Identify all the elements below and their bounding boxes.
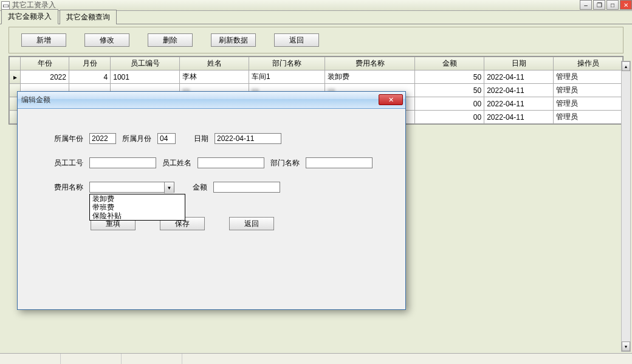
tab-entry[interactable]: 其它金额录入 xyxy=(1,9,58,24)
status-cell-1 xyxy=(0,354,61,364)
date-field[interactable] xyxy=(215,133,281,144)
status-cell-3 xyxy=(122,354,182,364)
tab-query[interactable]: 其它金额查询 xyxy=(60,10,117,24)
app-icon: ▭ xyxy=(1,1,10,10)
refresh-button[interactable]: 刷新数据 xyxy=(211,33,256,47)
cell-fee: 装卸费 xyxy=(325,70,415,84)
add-button[interactable]: 新增 xyxy=(21,33,66,47)
label-empname: 员工姓名 xyxy=(162,158,191,168)
col-name[interactable]: 姓名 xyxy=(180,57,249,70)
status-bar xyxy=(0,353,632,364)
dialog-title: 编辑金额 xyxy=(21,95,50,105)
label-amount: 金额 xyxy=(193,182,207,193)
label-empno: 员工工号 xyxy=(54,158,83,168)
cell-operator: 管理员 xyxy=(554,111,623,124)
edit-amount-dialog: 编辑金额 ✕ 所属年份 所属月份 日期 员工工号 员工姓名 部门名称 费用名称 … xyxy=(17,91,406,310)
cell-dept: 车间1 xyxy=(249,70,325,84)
cell-date: 2022-04-11 xyxy=(484,97,554,111)
col-dept[interactable]: 部门名称 xyxy=(249,57,325,70)
cell-year: 2022 xyxy=(21,70,69,84)
col-month[interactable]: 月份 xyxy=(69,57,110,70)
vertical-scrollbar[interactable]: ▴ ▾ xyxy=(621,61,631,352)
row-indicator: ▸ xyxy=(10,70,21,84)
tabstrip: 其它金额录入 其它金额查询 xyxy=(0,11,632,24)
table-row[interactable]: ▸202241001李林车间1装卸费502022-04-11管理员 xyxy=(10,70,623,84)
col-fee[interactable]: 费用名称 xyxy=(325,57,415,70)
amount-field[interactable] xyxy=(213,182,280,193)
window-controls: – ❐ □ ✕ xyxy=(580,0,632,10)
empno-field[interactable] xyxy=(89,157,156,168)
row-indicator-header xyxy=(10,57,21,70)
empname-field[interactable] xyxy=(197,157,264,168)
dept-field[interactable] xyxy=(306,157,373,168)
chevron-down-icon[interactable]: ▼ xyxy=(164,182,174,193)
delete-button[interactable]: 删除 xyxy=(148,33,193,47)
cell-amount: 00 xyxy=(415,97,484,111)
col-amount[interactable]: 金额 xyxy=(415,57,484,70)
label-feename: 费用名称 xyxy=(54,182,83,193)
back-button[interactable]: 返回 xyxy=(274,33,319,47)
label-year: 所属年份 xyxy=(54,134,83,144)
dialog-back-button[interactable]: 返回 xyxy=(229,217,274,230)
scroll-down-button[interactable]: ▾ xyxy=(622,342,630,351)
cell-date: 2022-04-11 xyxy=(484,111,554,124)
scroll-up-button[interactable]: ▴ xyxy=(622,61,630,71)
status-cell-2 xyxy=(61,354,122,364)
cell-name: 李林 xyxy=(180,70,249,84)
close-button[interactable]: ✕ xyxy=(620,0,632,10)
edit-button[interactable]: 修改 xyxy=(84,33,129,47)
fee-option-2[interactable]: 保险补贴 xyxy=(90,211,185,220)
cell-date: 2022-04-11 xyxy=(484,70,554,84)
dialog-close-button[interactable]: ✕ xyxy=(379,94,403,105)
restore-button[interactable]: ❐ xyxy=(593,0,605,10)
cell-date: 2022-04-11 xyxy=(484,84,554,97)
cell-operator: 管理员 xyxy=(554,70,623,84)
toolbar: 新增 修改 删除 刷新数据 返回 xyxy=(9,27,623,53)
scroll-track[interactable] xyxy=(622,71,630,342)
cell-amount: 50 xyxy=(415,70,484,84)
feename-dropdown-list[interactable]: 装卸费 带班费 保险补贴 xyxy=(89,194,185,221)
fee-option-0[interactable]: 装卸费 xyxy=(90,194,185,203)
dialog-titlebar[interactable]: 编辑金额 ✕ xyxy=(18,92,405,109)
cell-amount: 00 xyxy=(415,111,484,124)
cell-operator: 管理员 xyxy=(554,97,623,111)
col-year[interactable]: 年份 xyxy=(21,57,69,70)
cell-operator: 管理员 xyxy=(554,84,623,97)
label-month: 所属月份 xyxy=(122,134,151,144)
fee-option-1[interactable]: 带班费 xyxy=(90,203,185,211)
label-date: 日期 xyxy=(194,134,208,144)
col-date[interactable]: 日期 xyxy=(484,57,554,70)
maximize-button[interactable]: □ xyxy=(606,0,619,10)
month-field[interactable] xyxy=(157,133,176,144)
dialog-body: 所属年份 所属月份 日期 员工工号 员工姓名 部门名称 费用名称 ▼ 装卸费 带… xyxy=(18,109,405,236)
col-operator[interactable]: 操作员 xyxy=(554,57,623,70)
year-field[interactable] xyxy=(89,133,116,144)
cell-empno: 1001 xyxy=(111,70,180,84)
minimize-button[interactable]: – xyxy=(580,0,592,10)
feename-input[interactable] xyxy=(89,182,174,193)
col-empno[interactable]: 员工编号 xyxy=(111,57,180,70)
label-dept: 部门名称 xyxy=(270,158,300,168)
feename-combo[interactable]: ▼ 装卸费 带班费 保险补贴 xyxy=(89,182,174,193)
cell-amount: 50 xyxy=(415,84,484,97)
cell-month: 4 xyxy=(69,70,110,84)
table-header-row: 年份 月份 员工编号 姓名 部门名称 费用名称 金额 日期 操作员 xyxy=(10,57,623,70)
